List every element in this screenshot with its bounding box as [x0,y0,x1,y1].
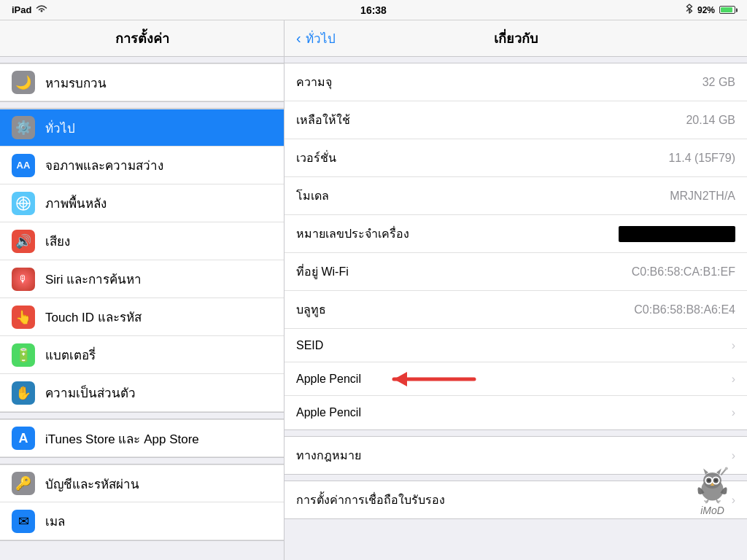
sidebar-item-hamrobuan[interactable]: 🌙 หามรบกวน [0,63,284,101]
value-model: MRJN2TH/A [670,190,735,203]
back-button[interactable]: ‹ ทั่วไป [296,28,336,48]
label-regulatory: การตั้งค่าการเชื่อถือใบรับรอง [296,491,445,509]
privacy-icon: ✋ [12,381,35,405]
row-regulatory[interactable]: การตั้งค่าการเชื่อถือใบรับรอง › [285,481,747,518]
sidebar-item-battery[interactable]: 🔋 แบตเตอรี่ [0,336,284,374]
back-chevron-icon: ‹ [296,30,301,47]
sidebar-item-label-hamrobuan: หามรบกวน [45,73,272,93]
battery-menu-icon: 🔋 [12,343,35,367]
svg-point-19 [725,467,728,470]
sidebar-item-label-itunes: iTunes Store และ App Store [45,429,272,448]
sidebar-item-label-display: จอภาพและความสว่าง [45,155,272,175]
label-serial: หมายเลขประจำเครื่อง [296,225,409,243]
touchid-icon: 👆 [12,306,35,329]
sidebar-item-label-battery: แบตเตอรี่ [45,345,272,365]
label-available: เหลือให้ใช้ [296,111,350,129]
main-content: การตั้งค่า 🌙 หามรบกวน ⚙️ ทั่วไป AA จอภาพ… [0,20,747,560]
value-serial [619,226,735,242]
row-applepencil1[interactable]: Apple Pencil › [285,362,747,396]
appstore-icon: A [12,427,35,450]
accounts-icon: 🔑 [12,472,35,495]
sidebar-item-mail[interactable]: ✉ เมล [0,502,284,540]
sidebar-item-label-wallpaper: ภาพพื้นหลัง [45,193,272,213]
sidebar-item-label-general: ทั่วไป [45,118,272,138]
row-model: โมเดล MRJN2TH/A [285,177,747,215]
sidebar-item-accounts[interactable]: 🔑 บัญชีและรหัสผ่าน [0,464,284,502]
value-available: 20.14 GB [686,114,735,127]
sidebar-item-sounds[interactable]: 🔊 เสียง [0,222,284,260]
sidebar-item-label-sounds: เสียง [45,231,272,251]
svg-marker-6 [394,372,407,386]
imod-label: iMoD [700,505,724,516]
sidebar-item-label-mail: เมล [45,511,272,531]
gear-icon: ⚙️ [12,116,35,139]
battery-icon [719,6,735,14]
row-legal[interactable]: ทางกฎหมาย › [285,437,747,474]
red-arrow-annotation [379,368,481,390]
sidebar-item-siri[interactable]: 🎙 Siri และการค้นหา [0,260,284,298]
wifi-icon [36,4,47,15]
label-wifi: ที่อยู่ Wi-Fi [296,262,349,281]
row-capacity: ความจุ 32 GB [285,63,747,101]
sidebar-item-display[interactable]: AA จอภาพและความสว่าง [0,147,284,184]
row-serial: หมายเลขประจำเครื่อง [285,215,747,253]
chevron-seid-icon: › [732,339,735,352]
wallpaper-icon [12,192,35,215]
settings-group-1: 🌙 หามรบกวน [0,63,284,102]
value-bluetooth: C0:B6:58:B8:A6:E4 [634,303,735,316]
chevron-applepencil1-icon: › [732,373,735,386]
left-header: การตั้งค่า [0,20,284,57]
sidebar-item-label-accounts: บัญชีและรหัสผ่าน [45,474,272,494]
sidebar-item-general[interactable]: ⚙️ ทั่วไป [0,109,284,147]
label-capacity: ความจุ [296,73,332,91]
svg-point-16 [715,480,717,482]
right-header: ‹ ทั่วไป เกี่ยวกับ [285,20,747,57]
sidebar-item-wallpaper[interactable]: ภาพพื้นหลัง [0,184,284,222]
value-wifi: C0:B6:58:CA:B1:EF [632,265,735,279]
sidebar-item-label-privacy: ความเป็นส่วนตัว [45,383,272,402]
legal-section: ทางกฎหมาย › [285,436,747,475]
value-capacity: 32 GB [703,76,735,89]
row-available: เหลือให้ใช้ 20.14 GB [285,101,747,139]
settings-group-2: ⚙️ ทั่วไป AA จอภาพและความสว่าง [0,108,284,413]
label-applepencil1: Apple Pencil [296,373,361,386]
settings-group-3: A iTunes Store และ App Store [0,419,284,458]
status-time: 16:38 [360,4,387,16]
red-arrow-svg [379,368,481,390]
chevron-legal-icon: › [732,449,735,462]
label-seid: SEID [296,339,323,352]
sounds-icon: 🔊 [12,230,35,253]
sidebar-item-privacy[interactable]: ✋ ความเป็นส่วนตัว [0,374,284,412]
status-right: 92% [686,4,735,16]
battery-percent: 92% [697,5,715,15]
right-title: เกี่ยวกับ [494,28,538,49]
label-model: โมเดล [296,187,329,205]
row-seid[interactable]: SEID › [285,329,747,362]
row-wifi: ที่อยู่ Wi-Fi C0:B6:58:CA:B1:EF [285,253,747,291]
svg-marker-9 [703,469,708,475]
siri-icon: 🎙 [12,268,35,291]
status-bar: iPad 16:38 92% [0,0,747,20]
imod-watermark: iMoD [692,464,732,516]
mail-icon: ✉ [12,510,35,533]
sidebar-item-touchid[interactable]: 👆 Touch ID และรหัส [0,298,284,336]
right-panel: ‹ ทั่วไป เกี่ยวกับ ความจุ 32 GB เหลือให้… [285,20,747,560]
sidebar-item-itunes[interactable]: A iTunes Store และ App Store [0,419,284,457]
display-icon: AA [12,154,35,177]
status-left: iPad [12,4,47,15]
imod-owl-svg [692,464,732,505]
moon-icon: 🌙 [12,71,35,94]
about-info-section: ความจุ 32 GB เหลือให้ใช้ 20.14 GB เวอร์ช… [285,63,747,430]
row-bluetooth: บลูทูธ C0:B6:58:B8:A6:E4 [285,291,747,329]
row-applepencil2[interactable]: Apple Pencil › [285,396,747,429]
sidebar-item-label-siri: Siri และการค้นหา [45,269,272,289]
label-bluetooth: บลูทูธ [296,300,326,319]
regulatory-section: การตั้งค่าการเชื่อถือใบรับรอง › [285,481,747,519]
settings-group-4: 🔑 บัญชีและรหัสผ่าน ✉ เมล [0,464,284,541]
right-content: ความจุ 32 GB เหลือให้ใช้ 20.14 GB เวอร์ช… [285,57,747,560]
label-legal: ทางกฎหมาย [296,446,361,464]
chevron-applepencil2-icon: › [732,406,735,419]
value-version: 11.4 (15F79) [668,152,735,165]
bluetooth-icon [686,4,693,16]
svg-marker-10 [716,469,721,475]
